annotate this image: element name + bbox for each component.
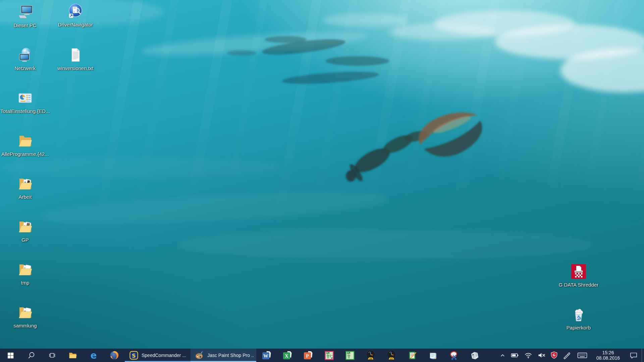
snipping-tool-icon	[449, 351, 459, 360]
action-center-icon	[630, 352, 638, 359]
folder-icon	[17, 133, 33, 149]
desktop-icon-label: winversionen.txt	[57, 65, 94, 71]
folder-with-documents-icon	[17, 176, 33, 192]
svg-text:P: P	[331, 357, 333, 359]
desktop-icon-label: Netzwerk	[15, 65, 36, 71]
word-icon: W	[262, 350, 272, 360]
search-icon	[28, 352, 35, 359]
excel-icon: X	[282, 350, 292, 360]
system-tray: G 15:26 08.08.2016	[497, 349, 644, 362]
taskbar-left: e S SpeedCommander ...	[0, 349, 485, 362]
excel-button[interactable]: X	[277, 349, 298, 362]
battery-status-button[interactable]	[508, 349, 522, 362]
desktop-icon-papierkorb[interactable]: Papierkorb	[561, 306, 596, 330]
taskbar-app-jasc-paint-shop-pro[interactable]: Jasc Paint Shop Pro ...	[191, 349, 256, 362]
snipping-tool-button[interactable]	[443, 349, 464, 362]
gm-tool-pink-button[interactable]: GM P	[319, 349, 339, 362]
svg-text:16: 16	[369, 358, 372, 360]
svg-text:17: 17	[390, 358, 393, 360]
notepad-button[interactable]	[423, 349, 443, 362]
newspaper-icon	[470, 351, 479, 360]
keyboard-icon	[577, 352, 587, 359]
recycle-bin-icon	[571, 306, 587, 322]
wifi-status-button[interactable]	[522, 349, 535, 362]
desktop-icon-label: AlleProgramme.{42...	[1, 151, 49, 157]
tray-overflow-button[interactable]	[497, 349, 508, 362]
taskbar: e S SpeedCommander ...	[0, 349, 644, 362]
alarm-clock-icon: 17	[387, 351, 396, 360]
folder-with-pictures-icon	[17, 219, 33, 235]
tray-clock[interactable]: 15:26 08.08.2016	[591, 349, 626, 362]
search-button[interactable]	[21, 349, 42, 362]
paint-palette-icon	[195, 351, 204, 360]
desktop-icon-winversionen-txt[interactable]: winversionen.txt	[58, 47, 93, 71]
word-button[interactable]: W	[256, 349, 277, 362]
file-explorer-button[interactable]	[62, 349, 83, 362]
gdata-shield-icon: G	[550, 351, 558, 359]
shortcut-arrow-overlay	[69, 14, 73, 18]
task-view-button[interactable]	[42, 349, 62, 362]
powerpoint-button[interactable]: P	[298, 349, 319, 362]
desktop-icon-arbeit[interactable]: Arbeit	[8, 176, 43, 200]
show-desktop-button[interactable]	[642, 349, 644, 362]
gdata-tray-button[interactable]: G	[548, 349, 560, 362]
battery-icon	[511, 352, 519, 359]
settings-panel-icon	[17, 90, 33, 106]
this-pc-icon	[17, 4, 33, 20]
touch-keyboard-button[interactable]	[574, 349, 591, 362]
firefox-button[interactable]	[104, 349, 125, 362]
pen-icon	[562, 351, 571, 359]
desktop-icon-label: sammlung	[13, 323, 37, 328]
gm-green-bordered-icon: GM	[345, 351, 355, 360]
alarm-clock-16-button[interactable]: 16	[360, 349, 381, 362]
desktop-icon-label: Papierkorb	[567, 325, 591, 330]
gm-tool-green-button[interactable]: GM	[339, 349, 360, 362]
powerpoint-icon: P	[303, 350, 313, 360]
green-editor-button[interactable]	[402, 349, 423, 362]
action-center-button[interactable]	[626, 349, 642, 362]
taskbar-app-label: Jasc Paint Shop Pro ...	[207, 353, 254, 358]
desktop-icon-label: Dieser PC	[14, 22, 37, 28]
desktop-icon-g-data-shredder[interactable]: G DATA Shredder	[561, 263, 596, 288]
volume-muted-icon	[538, 352, 546, 359]
alarm-clock-17-button[interactable]: 17	[381, 349, 402, 362]
shredder-icon	[571, 263, 587, 280]
task-view-icon	[49, 352, 56, 359]
volume-button[interactable]	[535, 349, 548, 362]
svg-text:X: X	[285, 353, 288, 359]
driver-navigator-icon	[67, 3, 84, 19]
desktop-icon-dieser-pc[interactable]: Dieser PC	[8, 4, 43, 28]
speedcommander-icon: S	[129, 351, 138, 360]
blue-notepad-icon	[429, 351, 438, 360]
svg-text:GM: GM	[347, 351, 350, 355]
newspaper-button[interactable]	[464, 349, 485, 362]
folder-with-documents-icon	[17, 261, 33, 278]
folder-with-documents-icon	[17, 304, 33, 320]
file-explorer-icon	[68, 351, 77, 360]
svg-text:W: W	[263, 353, 268, 359]
wifi-icon	[524, 352, 532, 359]
svg-text:P: P	[306, 353, 309, 359]
start-button[interactable]	[0, 349, 21, 362]
desktop-icon-label: DriverNavigator	[58, 22, 93, 27]
desktop-icon-sammlung[interactable]: sammlung	[8, 304, 43, 328]
svg-text:S: S	[132, 352, 136, 359]
desktop-icon-netzwerk[interactable]: Netzwerk	[8, 47, 43, 71]
windows-logo-icon	[7, 352, 14, 359]
desktop-icon-alle-programme[interactable]: AlleProgramme.{42...	[8, 133, 43, 157]
windows-ink-button[interactable]	[560, 349, 574, 362]
desktop-icon-gp[interactable]: GP	[8, 219, 43, 243]
desktop-icon-label: GP	[21, 237, 29, 243]
underwater-light-rays	[0, 0, 644, 349]
gm-pink-bordered-icon: GM P	[325, 351, 334, 360]
firefox-icon	[110, 351, 119, 360]
taskbar-app-speedcommander[interactable]: S SpeedCommander ...	[125, 349, 191, 362]
edge-button[interactable]: e	[83, 349, 104, 362]
desktop-icon-driver-navigator[interactable]: DriverNavigator	[58, 3, 93, 27]
desktop-icon-tmp[interactable]: tmp	[8, 261, 43, 286]
desktop-icon-total-einstellung[interactable]: TotalEinstellung.{ED...	[8, 90, 43, 114]
tray-date: 08.08.2016	[596, 355, 620, 361]
tray-time: 15:26	[596, 350, 620, 355]
edge-icon: e	[89, 350, 99, 360]
desktop-wallpaper: Dieser PC DriverNavigator	[0, 0, 644, 349]
